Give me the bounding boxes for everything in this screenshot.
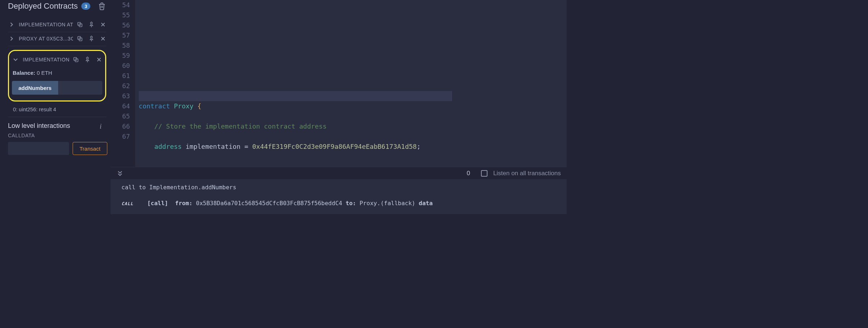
close-icon[interactable] (100, 35, 106, 42)
double-chevron-down-icon[interactable] (116, 170, 124, 177)
contract-label: IMPLEMENTATION AT 0X5C (23, 57, 69, 62)
chevron-right-icon[interactable] (8, 21, 15, 28)
terminal-toolbar: 0 Listen on all transactions (111, 167, 567, 179)
contract-label: PROXY AT 0X5C3...3C3B8 (I (19, 36, 73, 42)
terminal-line: CALL [call] from: 0x5B38Da6a701c568545dC… (121, 199, 556, 208)
contract-label: IMPLEMENTATION AT 0X44F (19, 22, 73, 27)
line-number-gutter: 54 55 56 57 58 59 60 61 62 63 64 65 66 6… (111, 0, 135, 167)
chevron-down-icon[interactable] (12, 56, 19, 63)
function-result: 0: uint256: result 4 (8, 102, 106, 117)
contract-item-proxy-0x5c3[interactable]: PROXY AT 0X5C3...3C3B8 (I (8, 32, 106, 46)
balance-display: Balance: 0 ETH (12, 70, 102, 76)
contract-count-badge: 3 (81, 3, 90, 10)
terminal-line: call to Implementation.addNumbers (121, 183, 556, 192)
calldata-input[interactable] (8, 142, 69, 155)
function-args-input[interactable] (58, 81, 102, 95)
close-icon[interactable] (96, 56, 102, 63)
listen-checkbox[interactable] (481, 170, 487, 177)
pin-icon[interactable] (88, 21, 95, 28)
lli-title: Low level interactions (8, 122, 70, 130)
copy-icon[interactable] (77, 35, 83, 42)
pending-tx-count: 0 (467, 170, 470, 177)
function-call-row: addNumbers (12, 81, 102, 95)
low-level-interactions-header: Low level interactions i (8, 122, 106, 130)
code-content[interactable]: contract Proxy { // Store the implementa… (135, 0, 456, 167)
contract-item-header[interactable]: IMPLEMENTATION AT 0X5C (12, 55, 102, 68)
code-editor-panel: 54 55 56 57 58 59 60 61 62 63 64 65 66 6… (111, 0, 567, 214)
calldata-label: CALLDATA (8, 133, 106, 138)
copy-icon[interactable] (77, 21, 83, 28)
panel-header: Deployed Contracts 3 (8, 1, 106, 11)
pin-icon[interactable] (84, 56, 91, 63)
code-editor[interactable]: 54 55 56 57 58 59 60 61 62 63 64 65 66 6… (111, 0, 567, 167)
addnumbers-button[interactable]: addNumbers (12, 81, 58, 95)
terminal-output[interactable]: call to Implementation.addNumbers CALL [… (111, 179, 567, 214)
divider (8, 117, 106, 117)
info-icon[interactable]: i (100, 123, 106, 129)
chevron-right-icon[interactable] (8, 35, 15, 42)
trash-icon[interactable] (98, 2, 106, 10)
contract-item-implementation-0x44[interactable]: IMPLEMENTATION AT 0X44F (8, 18, 106, 32)
close-icon[interactable] (100, 21, 106, 28)
pin-icon[interactable] (88, 35, 95, 42)
copy-icon[interactable] (73, 56, 79, 63)
panel-title: Deployed Contracts (8, 1, 78, 11)
contract-item-implementation-0x5c-expanded: IMPLEMENTATION AT 0X5C Balance: 0 ETH ad… (8, 50, 106, 102)
deployed-contracts-panel: Deployed Contracts 3 IMPLEMENTATION AT 0… (0, 0, 111, 214)
transact-button[interactable]: Transact (73, 142, 107, 155)
listen-label: Listen on all transactions (493, 170, 561, 177)
